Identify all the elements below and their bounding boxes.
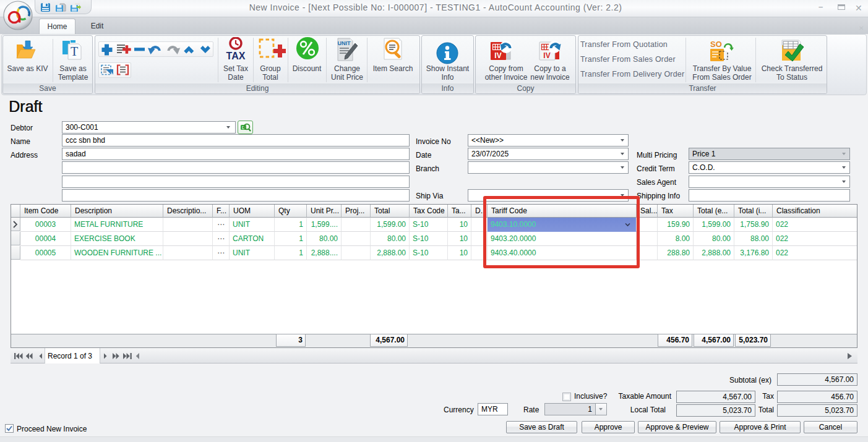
svg-text:TAX: TAX bbox=[226, 51, 246, 61]
svg-text:T: T bbox=[71, 45, 78, 58]
svg-text:IV: IV bbox=[494, 51, 501, 60]
svg-text:UNIT: UNIT bbox=[338, 40, 351, 46]
svg-text:IV: IV bbox=[543, 51, 550, 60]
svg-text:SO: SO bbox=[710, 40, 722, 49]
